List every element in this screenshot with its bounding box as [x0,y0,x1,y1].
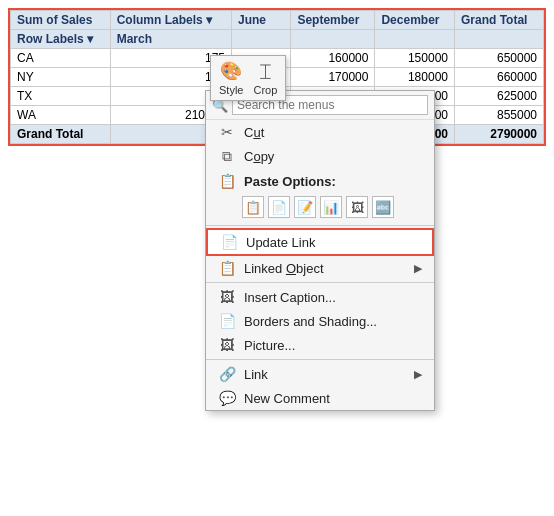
link-label: Link [244,367,406,382]
menu-item-cut[interactable]: ✂ Cut [206,120,434,144]
tx-total: 625000 [454,87,543,106]
separator-2 [206,282,434,283]
style-icon: 🎨 [220,60,242,82]
column-labels-header: Column Labels ▾ [110,11,231,30]
ny-sep: 170000 [291,68,375,87]
menu-item-linked-object[interactable]: 📋 Linked Object ▶ [206,256,434,280]
cut-label: Cut [244,125,422,140]
wa-total: 855000 [454,106,543,125]
paste-icon-6[interactable]: 🔤 [372,196,394,218]
paste-icon-4[interactable]: 📊 [320,196,342,218]
grand-total-sub-header [454,30,543,49]
paste-options-label: Paste Options: [244,174,422,189]
grand-total-header: Grand Total [454,11,543,30]
menu-item-borders-shading[interactable]: 📄 Borders and Shading... [206,309,434,333]
borders-shading-label: Borders and Shading... [244,314,422,329]
paste-icons-row: 📋 📄 📝 📊 🖼 🔤 [206,193,434,223]
context-menu: 🔍 ✂ Cut ⧉ Copy 📋 Paste Options: 📋 📄 📝 📊 … [205,90,435,411]
crop-icon: ⌶ [260,61,271,82]
paste-header-icon: 📋 [218,173,236,189]
style-button[interactable]: 🎨 Style [219,60,243,96]
row-labels-header: Row Labels ▾ [11,30,111,49]
table-sub-header-row: Row Labels ▾ March [11,30,544,49]
paste-options-header: 📋 Paste Options: [206,169,434,193]
sep-header: September [291,11,375,30]
ny-dec: 180000 [375,68,455,87]
update-link-label: Update Link [246,235,420,250]
copy-icon: ⧉ [218,148,236,165]
menu-item-update-link[interactable]: 📄 Update Link [206,228,434,256]
march-header: March [110,30,231,49]
wa-label: WA [11,106,111,125]
ca-label: CA [11,49,111,68]
menu-item-insert-caption[interactable]: 🖼 Insert Caption... [206,285,434,309]
paste-icon-5[interactable]: 🖼 [346,196,368,218]
picture-label: Picture... [244,338,422,353]
dec-header: December [375,11,455,30]
link-arrow: ▶ [414,368,422,381]
linked-object-icon: 📋 [218,260,236,276]
ny-label: NY [11,68,111,87]
crop-label: Crop [253,84,277,96]
grand-total-total: 2790000 [454,125,543,144]
sep-sub-header [291,30,375,49]
mini-toolbar: 🎨 Style ⌶ Crop [210,55,286,101]
ca-dec: 150000 [375,49,455,68]
ca-total: 650000 [454,49,543,68]
sum-of-sales-header: Sum of Sales [11,11,111,30]
ca-sep: 160000 [291,49,375,68]
crop-button[interactable]: ⌶ Crop [253,61,277,96]
paste-icon-1[interactable]: 📋 [242,196,264,218]
picture-icon: 🖼 [218,337,236,353]
new-comment-icon: 💬 [218,390,236,406]
separator-3 [206,359,434,360]
linked-object-arrow: ▶ [414,262,422,275]
paste-icon-3[interactable]: 📝 [294,196,316,218]
june-sub-header [232,30,291,49]
new-comment-label: New Comment [244,391,422,406]
menu-item-link[interactable]: 🔗 Link ▶ [206,362,434,386]
dec-sub-header [375,30,455,49]
tx-label: TX [11,87,111,106]
menu-item-copy[interactable]: ⧉ Copy [206,144,434,169]
update-link-icon: 📄 [220,234,238,250]
table-header-row: Sum of Sales Column Labels ▾ June Septem… [11,11,544,30]
linked-object-label: Linked Object [244,261,406,276]
copy-label: Copy [244,149,422,164]
borders-shading-icon: 📄 [218,313,236,329]
june-header: June [232,11,291,30]
paste-icon-2[interactable]: 📄 [268,196,290,218]
menu-item-new-comment[interactable]: 💬 New Comment [206,386,434,410]
style-label: Style [219,84,243,96]
separator-1 [206,225,434,226]
ny-total: 660000 [454,68,543,87]
insert-caption-icon: 🖼 [218,289,236,305]
grand-total-label: Grand Total [11,125,111,144]
cut-icon: ✂ [218,124,236,140]
link-icon: 🔗 [218,366,236,382]
insert-caption-label: Insert Caption... [244,290,422,305]
menu-item-picture[interactable]: 🖼 Picture... [206,333,434,357]
